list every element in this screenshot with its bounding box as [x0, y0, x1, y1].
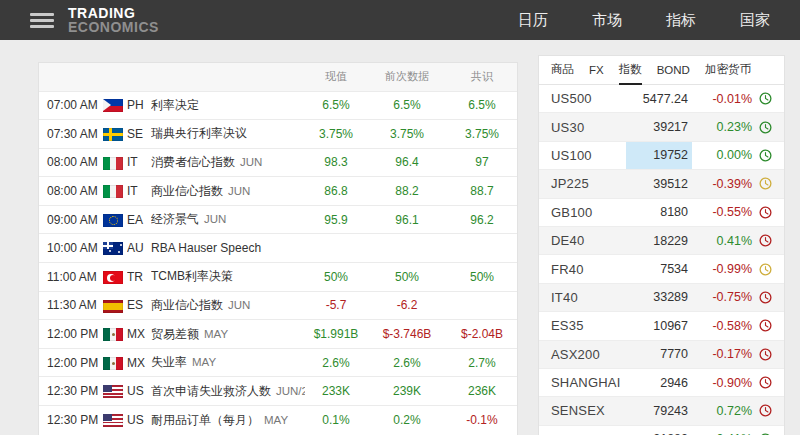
country-flag-icon [103, 128, 123, 141]
country-flag-icon [103, 385, 123, 398]
country-code: AU [127, 234, 151, 263]
event-reference-period: MAY [204, 328, 228, 340]
event-name[interactable]: 商业信心指数 [151, 184, 223, 198]
event-time: 08:00 AM [39, 177, 103, 206]
clock-icon [752, 177, 778, 190]
calendar-event-row[interactable]: 12:00 PM MX 贸易差额MAY $1.991B $-3.746B $-2… [39, 320, 517, 349]
calendar-event-row[interactable]: 07:30 AM SE 瑞典央行利率决议 3.75% 3.75% 3.75% [39, 120, 517, 149]
market-index-row[interactable]: SHANGHAI 2946 -0.90% [539, 369, 784, 397]
clock-icon [752, 319, 778, 332]
country-flag-icon [103, 99, 123, 112]
event-time: 12:00 PM [39, 320, 103, 349]
country-flag-icon [103, 300, 123, 313]
market-index-row[interactable]: GB100 8180 -0.55% [539, 199, 784, 227]
market-index-row[interactable]: JP225 39512 -0.39% [539, 170, 784, 198]
previous-value: 50% [367, 263, 447, 292]
event-name[interactable]: 首次申请失业救济人数 [151, 384, 271, 398]
market-symbol[interactable]: SENSEX [551, 403, 626, 418]
consensus-value: 88.7 [447, 177, 517, 206]
markets-tab[interactable]: 商品 [551, 56, 574, 85]
event-name[interactable]: 消费者信心指数 [151, 155, 235, 169]
country-flag-icon [103, 271, 123, 284]
calendar-event-row[interactable]: 12:30 PM US 首次申请失业救济人数JUN/22 233K 239K 2… [39, 377, 517, 406]
event-name[interactable]: 失业率 [151, 355, 187, 369]
actual-value [305, 234, 367, 263]
event-name[interactable]: 贸易差额 [151, 327, 199, 341]
country-code: MX [127, 320, 151, 349]
market-symbol[interactable]: JP225 [551, 176, 626, 191]
calendar-event-row[interactable]: 12:30 PM US 耐用品订单（每月）MAY 0.1% 0.2% -0.1% [39, 406, 517, 435]
event-name[interactable]: TCMB利率决策 [151, 269, 233, 283]
market-symbol[interactable]: DE40 [551, 233, 626, 248]
market-index-row[interactable]: US30 39217 0.23% [539, 113, 784, 141]
economic-calendar-panel: 现值 前次数据 共识 07:00 AM PH 利率决定 6.5% 6.5% 6.… [38, 62, 518, 435]
column-header-previous: 前次数据 [367, 63, 447, 91]
market-symbol[interactable]: FR40 [551, 262, 626, 277]
event-time: 10:00 AM [39, 234, 103, 263]
market-symbol[interactable]: US30 [551, 120, 626, 135]
previous-value: 6.5% [367, 91, 447, 120]
country-code: TR [127, 263, 151, 292]
event-name[interactable]: 商业信心指数 [151, 298, 223, 312]
top-nav-item[interactable]: 日历 [518, 11, 548, 30]
event-name[interactable]: 耐用品订单（每月） [151, 413, 259, 427]
calendar-event-row[interactable]: 09:00 AM EA 经济景气JUN 95.9 96.1 96.2 [39, 205, 517, 234]
market-symbol[interactable]: IT40 [551, 290, 626, 305]
market-symbol[interactable]: ASX200 [551, 347, 626, 362]
markets-tab[interactable]: 加密货币 [705, 56, 751, 85]
market-index-row[interactable]: US100 19752 0.00% [539, 142, 784, 170]
clock-icon [752, 149, 778, 162]
market-index-row[interactable]: ES35 10967 -0.58% [539, 312, 784, 340]
markets-tab[interactable]: BOND [657, 56, 690, 85]
markets-tab[interactable]: 指数 [619, 56, 642, 85]
country-code: MX [127, 348, 151, 377]
market-index-row[interactable]: DE40 18229 0.41% [539, 227, 784, 255]
country-code: IT [127, 148, 151, 177]
clock-icon [752, 348, 778, 361]
market-index-row[interactable]: TSX 21882 0.41% [539, 426, 784, 435]
top-nav-item[interactable]: 国家 [740, 11, 770, 30]
consensus-value: $-2.04B [447, 320, 517, 349]
market-index-row[interactable]: US500 5477.24 -0.01% [539, 85, 784, 113]
calendar-event-row[interactable]: 11:00 AM TR TCMB利率决策 50% 50% 50% [39, 263, 517, 292]
calendar-event-row[interactable]: 08:00 AM IT 商业信心指数JUN 86.8 88.2 88.7 [39, 177, 517, 206]
markets-tab[interactable]: FX [589, 56, 604, 85]
market-change-percent: -0.55% [692, 205, 752, 219]
top-nav-bar: TRADING ECONOMICS 日历市场指标国家 [0, 0, 800, 40]
calendar-event-row[interactable]: 12:00 PM MX 失业率MAY 2.6% 2.6% 2.7% [39, 348, 517, 377]
event-name[interactable]: 瑞典央行利率决议 [151, 126, 247, 140]
calendar-header-row: 现值 前次数据 共识 [39, 63, 517, 91]
market-symbol[interactable]: US100 [551, 148, 626, 163]
market-symbol[interactable]: SHANGHAI [551, 375, 626, 390]
consensus-value: 236K [447, 377, 517, 406]
market-value: 8180 [626, 199, 692, 226]
country-flag-icon [103, 414, 123, 427]
hamburger-icon[interactable] [30, 10, 54, 31]
event-reference-period: JUN [228, 185, 250, 197]
event-reference-period: JUN [240, 156, 262, 168]
clock-icon [752, 376, 778, 389]
top-nav-item[interactable]: 指标 [666, 11, 696, 30]
market-symbol[interactable]: US500 [551, 91, 626, 106]
consensus-value: 6.5% [447, 91, 517, 120]
calendar-event-row[interactable]: 11:30 AM ES 商业信心指数JUN -5.7 -6.2 [39, 291, 517, 320]
market-index-row[interactable]: ASX200 7770 -0.17% [539, 341, 784, 369]
market-change-percent: 0.72% [692, 404, 752, 418]
previous-value: 2.6% [367, 348, 447, 377]
market-value: 79243 [626, 397, 692, 424]
market-change-percent: -0.58% [692, 319, 752, 333]
event-name[interactable]: 利率决定 [151, 98, 199, 112]
calendar-table: 现值 前次数据 共识 07:00 AM PH 利率决定 6.5% 6.5% 6.… [39, 63, 517, 434]
event-name[interactable]: RBA Hauser Speech [151, 241, 261, 255]
calendar-event-row[interactable]: 07:00 AM PH 利率决定 6.5% 6.5% 6.5% [39, 91, 517, 120]
market-symbol[interactable]: GB100 [551, 205, 626, 220]
event-name[interactable]: 经济景气 [151, 212, 199, 226]
calendar-event-row[interactable]: 10:00 AM AU RBA Hauser Speech [39, 234, 517, 263]
market-symbol[interactable]: ES35 [551, 318, 626, 333]
market-index-row[interactable]: IT40 33289 -0.75% [539, 284, 784, 312]
calendar-event-row[interactable]: 08:00 AM IT 消费者信心指数JUN 98.3 96.4 97 [39, 148, 517, 177]
top-nav-item[interactable]: 市场 [592, 11, 622, 30]
event-time: 07:00 AM [39, 91, 103, 120]
market-index-row[interactable]: FR40 7534 -0.99% [539, 255, 784, 283]
market-index-row[interactable]: SENSEX 79243 0.72% [539, 397, 784, 425]
